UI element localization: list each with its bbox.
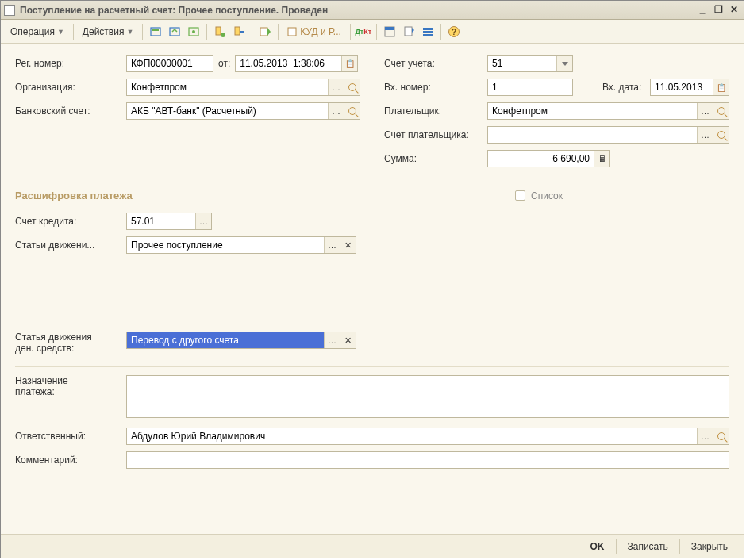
bank-field[interactable]: …	[126, 102, 360, 120]
help-icon[interactable]: ?	[445, 23, 463, 40]
account-field[interactable]	[487, 55, 573, 72]
in-no-label: Вх. номер:	[384, 82, 487, 93]
reg-number-label: Рег. номер:	[15, 58, 126, 69]
credit-field[interactable]: …	[126, 213, 212, 230]
svg-text:?: ?	[452, 28, 456, 36]
section-title: Расшифровка платежа	[15, 190, 133, 201]
payer-label: Плательщик:	[384, 105, 487, 117]
comment-field[interactable]	[126, 451, 729, 469]
toolbar-btn-4[interactable]	[211, 23, 229, 40]
toolbar-btn-2[interactable]	[166, 23, 183, 40]
actions-menu[interactable]: Действия▼	[78, 24, 139, 40]
toolbar-btn-8[interactable]	[400, 23, 417, 40]
org-field[interactable]: …	[126, 79, 360, 96]
comment-label: Комментарий:	[15, 455, 126, 466]
save-button[interactable]: Записать	[620, 539, 676, 554]
ok-button[interactable]: OK	[583, 539, 613, 554]
svg-rect-1	[152, 29, 159, 31]
in-date-field[interactable]: 📋	[650, 79, 729, 96]
reg-number-field[interactable]	[126, 55, 213, 72]
svg-rect-8	[260, 28, 267, 36]
org-label: Организация:	[15, 82, 126, 93]
ellipsis-icon[interactable]: …	[697, 103, 713, 119]
credit-label: Счет кредита:	[15, 216, 126, 227]
svg-rect-15	[423, 34, 433, 36]
toolbar-btn-7[interactable]	[381, 23, 398, 40]
sum-field[interactable]: 🖩	[487, 150, 610, 167]
responsible-field[interactable]: …	[126, 428, 729, 445]
toolbar-btn-1[interactable]	[147, 23, 164, 40]
search-icon[interactable]	[713, 127, 729, 143]
purpose-field[interactable]	[126, 375, 729, 418]
ellipsis-icon[interactable]: …	[328, 103, 344, 119]
ellipsis-icon[interactable]: …	[697, 428, 713, 444]
ellipsis-icon[interactable]: …	[324, 332, 340, 348]
maximize-button[interactable]: ❐	[712, 5, 725, 16]
svg-point-6	[221, 33, 225, 37]
from-label: от:	[218, 58, 230, 69]
sum-label: Сумма:	[384, 153, 487, 164]
move-field[interactable]: … ✕	[126, 236, 356, 254]
toolbar-btn-9[interactable]	[419, 23, 436, 40]
title-bar: Поступление на расчетный счет: Прочее по…	[1, 1, 744, 20]
svg-rect-11	[385, 27, 394, 30]
svg-point-4	[192, 30, 195, 33]
dds-field[interactable]: … ✕	[126, 332, 356, 349]
search-icon[interactable]	[344, 79, 360, 95]
svg-rect-7	[235, 27, 240, 35]
responsible-label: Ответственный:	[15, 431, 126, 442]
svg-rect-14	[423, 31, 433, 33]
search-icon[interactable]	[344, 103, 360, 119]
move-label: Статьи движени...	[15, 240, 126, 251]
operation-menu[interactable]: Операция▼	[6, 24, 69, 40]
clear-icon[interactable]: ✕	[340, 237, 356, 253]
svg-rect-13	[423, 28, 433, 30]
ellipsis-icon[interactable]: …	[324, 237, 340, 253]
main-window: Поступление на расчетный счет: Прочее по…	[0, 0, 744, 558]
close-window-button[interactable]: ✕	[728, 5, 740, 16]
svg-rect-5	[216, 27, 221, 35]
close-button[interactable]: Закрыть	[683, 539, 736, 554]
svg-rect-9	[288, 28, 296, 36]
in-date-label: Вх. дата:	[602, 82, 650, 93]
toolbar-btn-3[interactable]	[185, 23, 202, 40]
toolbar-btn-6[interactable]	[256, 23, 274, 40]
search-icon[interactable]	[713, 103, 729, 119]
datetime-field[interactable]: 📋	[235, 55, 358, 72]
payer-acct-label: Счет плательщика:	[384, 129, 487, 140]
calculator-icon[interactable]: 🖩	[594, 151, 609, 167]
payer-acct-field[interactable]: …	[487, 126, 729, 144]
footer-bar: OK Записать Закрыть	[1, 534, 744, 558]
ellipsis-icon[interactable]: …	[697, 127, 713, 143]
toolbar-btn-5[interactable]	[230, 23, 248, 40]
calendar-icon[interactable]: 📋	[341, 56, 357, 71]
calendar-icon[interactable]: 📋	[713, 79, 729, 95]
window-title: Поступление на расчетный счет: Прочее по…	[20, 5, 328, 16]
in-no-field[interactable]	[487, 79, 573, 96]
svg-rect-0	[151, 28, 160, 36]
kudir-button[interactable]: КУД и Р...	[283, 24, 345, 40]
ellipsis-icon[interactable]: …	[328, 79, 344, 95]
list-checkbox[interactable]: Список	[512, 188, 563, 203]
search-icon[interactable]	[713, 428, 729, 444]
form-content: Рег. номер: от: 📋 Организация: …	[1, 44, 744, 534]
ellipsis-icon[interactable]: …	[195, 213, 211, 229]
svg-rect-12	[405, 27, 412, 36]
purpose-label: Назначение платежа:	[15, 375, 126, 397]
dropdown-icon[interactable]	[556, 56, 572, 71]
payer-field[interactable]: …	[487, 102, 729, 120]
dds-label: Статья движения ден. средств:	[15, 332, 126, 354]
toolbar: Операция▼ Действия▼ КУД и Р...	[1, 20, 744, 44]
toolbar-dtkt-icon[interactable]: ДтКт	[355, 23, 372, 40]
document-icon	[4, 5, 15, 16]
account-label: Счет учета:	[384, 58, 487, 69]
bank-label: Банковский счет:	[15, 105, 126, 117]
clear-icon[interactable]: ✕	[340, 332, 356, 348]
minimize-button[interactable]: _	[696, 5, 709, 16]
